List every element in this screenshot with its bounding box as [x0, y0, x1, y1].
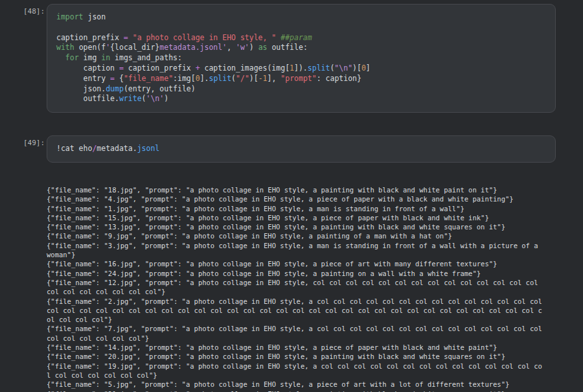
output-line: {"file_name": "4.jpg", "prompt": "a phot… [47, 194, 556, 203]
code-token: open(f [74, 43, 106, 52]
code-token: { [115, 74, 124, 83]
code-token: 1 [290, 63, 294, 73]
output-line: {"file_name": "24.jpg", "prompt": "a pho… [47, 269, 556, 278]
code-token: jsonl [137, 144, 160, 153]
code-token: '\n' [146, 94, 165, 103]
code-token: 0 [361, 63, 366, 73]
code-line [56, 23, 546, 33]
code-token: 'w' [236, 43, 249, 52]
output-line: ol col col col"} [47, 315, 556, 324]
code-token: json [84, 12, 106, 21]
code-line: with open(f'{local_dir}metadata.jsonl', … [56, 43, 546, 53]
code-line: !cat eho/metadata.jsonl [56, 144, 546, 154]
output-line: col col col col col col"} [47, 334, 556, 343]
code-token: (entry, outfile) [124, 84, 196, 93]
output-line: {"file_name": "14.jpg", "prompt": "a pho… [47, 343, 556, 352]
code-token: )[ [249, 74, 258, 83]
output-line: l col col col col col col"} [47, 371, 556, 380]
code-token: write [119, 94, 142, 103]
code-token: "file_name" [124, 74, 173, 83]
cell-output-jsonl: {"file_name": "18.jpg", "prompt": "a pho… [47, 185, 556, 392]
code-token: entry [56, 74, 110, 83]
output-line: {"file_name": "7.jpg", "prompt": "a phot… [47, 324, 556, 333]
code-token: as [258, 43, 268, 52]
code-token: = [110, 74, 115, 83]
code-token [128, 33, 133, 42]
code-area[interactable]: !cat eho/metadata.jsonl [56, 144, 546, 154]
output-line: {"file_name": "5.jpg", "prompt": "a phot… [47, 380, 556, 389]
code-token [56, 53, 65, 62]
code-line: outfile.write('\n') [56, 94, 546, 104]
output-line: {"file_name": "9.jpg", "prompt": "a phot… [47, 231, 556, 240]
code-token: : caption} [317, 74, 361, 83]
code-token: "prompt" [280, 74, 316, 83]
code-token: ) [249, 43, 258, 52]
code-token: for [65, 53, 79, 62]
code-token: ( [142, 94, 146, 103]
output-line: {"file_name": "3.jpg", "prompt": "a phot… [47, 241, 556, 250]
output-line: {"file_name": "16.jpg", "prompt": "a pho… [47, 259, 556, 268]
code-token: dump [106, 84, 124, 93]
code-token: !cat eho [56, 144, 92, 153]
code-token: "\n" [334, 63, 352, 73]
code-editor[interactable]: import jsoncaption_prefix = "a photo col… [47, 4, 556, 113]
code-token: 0 [196, 74, 200, 83]
code-cell-49: [49]: !cat eho/metadata.jsonl [47, 135, 556, 163]
code-token: img [79, 53, 102, 62]
code-token: outfile. [56, 94, 119, 103]
code-token: :img[ [173, 74, 196, 83]
code-token: caption_prefix [124, 63, 196, 73]
code-token: imgs_and_paths: [110, 53, 182, 62]
code-token: {local_dir} [110, 43, 159, 52]
code-token: ]. [200, 74, 209, 83]
code-token: json. [56, 84, 106, 93]
code-token: outfile: [268, 43, 308, 52]
code-token: import [56, 12, 84, 21]
code-token: "/" [236, 74, 249, 83]
code-line: entry = {"file_name":img[0].split("/")[-… [56, 74, 546, 84]
code-area[interactable]: import jsoncaption_prefix = "a photo col… [56, 12, 546, 104]
code-editor[interactable]: !cat eho/metadata.jsonl [47, 135, 556, 163]
code-token: ) [164, 94, 168, 103]
execution-count-label: [49]: [23, 139, 45, 147]
code-token: "a photo collage in EHO style, " [133, 33, 277, 42]
code-token: , [227, 43, 236, 52]
code-token: ( [231, 74, 236, 83]
code-cell-48: [48]: import jsoncaption_prefix = "a pho… [47, 4, 556, 113]
output-line: {"file_name": "13.jpg", "prompt": "a pho… [47, 222, 556, 231]
code-line: caption_prefix = "a photo collage in EHO… [56, 33, 546, 43]
output-line: col col col col col col col"} [47, 287, 556, 296]
code-token: = [119, 63, 124, 73]
code-token: metadata.jsonl' [159, 43, 227, 52]
code-token: split [308, 63, 330, 73]
output-line: {"file_name": "20.jpg", "prompt": "a pho… [47, 352, 556, 361]
code-token: with [56, 43, 74, 52]
code-line: caption = caption_prefix + caption_image… [56, 63, 546, 74]
code-token: = [124, 33, 128, 42]
code-token: ]). [294, 63, 308, 73]
execution-count-label: [48]: [23, 7, 45, 16]
code-token: in [101, 53, 110, 62]
code-token: caption_images(img[ [200, 63, 290, 73]
code-token: -1 [258, 74, 268, 83]
code-token: caption_prefix [56, 33, 124, 42]
output-line: {"file_name": "12.jpg", "prompt": "a pho… [47, 278, 556, 287]
output-line: {"file_name": "15.jpg", "prompt": "a pho… [47, 213, 556, 222]
output-line: woman"} [47, 250, 556, 259]
notebook-page: [48]: import jsoncaption_prefix = "a pho… [0, 0, 583, 392]
output-line: {"file_name": "2.jpg", "prompt": "a phot… [47, 297, 556, 306]
code-token: metadata. [97, 144, 137, 153]
code-token: split [209, 74, 231, 83]
output-line: {"file_name": "21.jpg", "prompt": "a pho… [47, 389, 556, 392]
output-line: {"file_name": "1.jpg", "prompt": "a phot… [47, 204, 556, 213]
output-line: col col col col col col col col col col … [47, 306, 556, 315]
output-line: {"file_name": "19.jpg", "prompt": "a pho… [47, 362, 556, 371]
code-token: )[ [352, 63, 361, 73]
code-line: import json [56, 12, 546, 23]
code-token: ], [268, 74, 281, 83]
code-line: for img in imgs_and_paths: [56, 53, 546, 63]
code-token: ] [366, 63, 371, 73]
code-token: ##param [280, 33, 312, 42]
code-token: + [196, 63, 200, 73]
output-line: {"file_name": "18.jpg", "prompt": "a pho… [47, 185, 556, 194]
